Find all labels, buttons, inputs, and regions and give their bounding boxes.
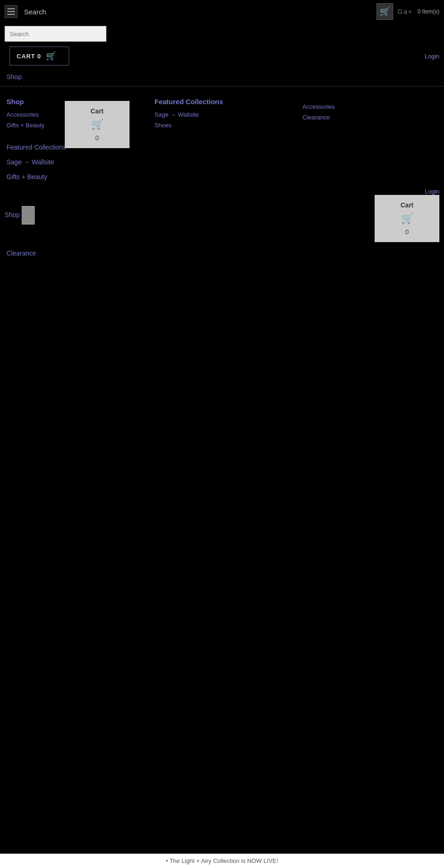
login-link-2[interactable]: Login — [425, 188, 439, 195]
announcement-bar: • The Light + Airy Collection is NOW LIV… — [0, 854, 444, 868]
cart-bar-icon: 🛒 — [46, 51, 56, 61]
cart-dropdown-2: Cart 🛒 0 — [375, 195, 439, 242]
mega-item-sage-2[interactable]: Sage → Wallsite — [154, 109, 290, 120]
nav-menu: Shop — [0, 68, 444, 90]
cart-bar-label: CART 0 — [17, 53, 41, 60]
nav-item-gifts-beauty[interactable]: Gifts + Beauty — [0, 169, 444, 184]
mega-col-2-header: Featured Collections — [154, 98, 290, 106]
login-cart-row: CART 0 🛒 Cart 🛒 0 Login — [0, 44, 444, 68]
divider-1 — [0, 86, 444, 87]
hamburger-line-2 — [7, 11, 15, 12]
nav-item-clearance[interactable]: Clearance — [0, 246, 444, 261]
search-input[interactable] — [5, 26, 106, 42]
top-nav: Search 🛒 Ga+ 0 Item(s) — [0, 0, 444, 23]
cart-dropdown-2-label: Cart — [401, 201, 413, 209]
right-login-cart: Login Cart 🛒 0 — [375, 188, 439, 242]
hamburger-line-1 — [7, 8, 15, 9]
cart-dropdown-2-count: 0 — [405, 228, 409, 236]
nav-cart-button[interactable]: 🛒 — [376, 3, 393, 20]
cart-area: CART 0 🛒 Cart 🛒 0 — [5, 46, 74, 66]
cart-dropdown-2-icon: 🛒 — [401, 212, 413, 225]
announcement-text: The Light + Airy Collection is NOW LIVE! — [169, 857, 278, 864]
nav-right: 🛒 Ga+ 0 Item(s) — [376, 3, 439, 20]
nav-item-shop[interactable]: Shop — [0, 69, 444, 84]
cart-dropdown-label: Cart — [91, 107, 104, 115]
search-row — [0, 23, 444, 44]
mega-col-3: Accessories Clearance — [296, 95, 444, 133]
mega-item-accessories-3[interactable]: Accessories — [302, 101, 438, 112]
announcement-dot: • — [166, 857, 168, 864]
cart-dropdown-count: 0 — [95, 134, 99, 142]
cart-dropdown: Cart 🛒 0 — [65, 101, 130, 148]
cart-items-count: 0 Item(s) — [418, 8, 439, 15]
nav-item-shop-2[interactable]: Shop — [5, 202, 41, 228]
nav-menu-bottom: Clearance — [0, 244, 444, 262]
hamburger-line-3 — [7, 14, 15, 15]
nav-search-label: Search — [24, 8, 376, 16]
second-login-cart-row: Shop Login Cart 🛒 0 — [0, 186, 444, 244]
shop-thumbnail — [22, 206, 35, 225]
login-link[interactable]: Login — [425, 53, 439, 60]
nav-logo: Ga+ — [398, 8, 413, 15]
cart-bar[interactable]: CART 0 🛒 — [9, 46, 69, 66]
cart-dropdown-icon: 🛒 — [91, 119, 104, 131]
hamburger-button[interactable] — [5, 5, 18, 18]
nav-item-sage-wallsite[interactable]: Sage → Wallsite — [0, 155, 444, 169]
mega-item-clearance-3[interactable]: Clearance — [302, 112, 438, 123]
mega-item-shoes-2[interactable]: Shoes — [154, 120, 290, 131]
mega-col-2: Featured Collections Sage → Wallsite Sho… — [148, 95, 296, 133]
